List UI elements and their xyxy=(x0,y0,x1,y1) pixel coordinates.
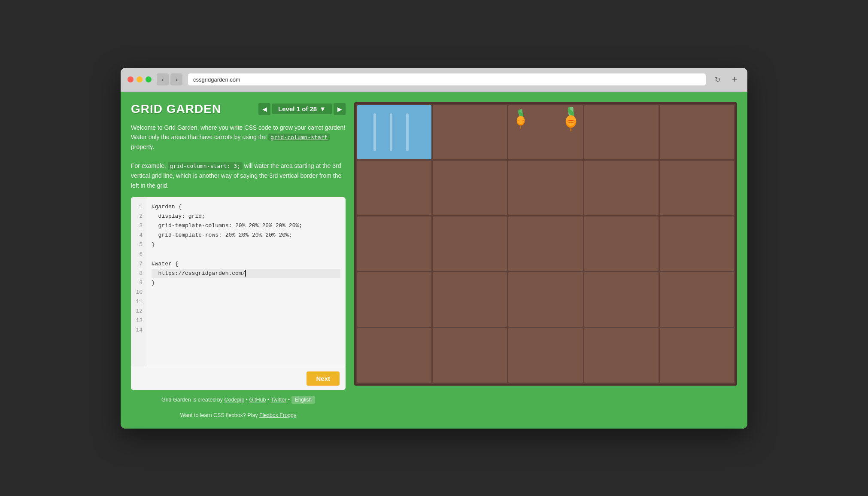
footer-credits: Grid Garden is created by Codepip • GitH… xyxy=(131,397,346,403)
garden-cell-2-4 xyxy=(584,161,659,215)
carrot-small xyxy=(513,109,529,130)
garden-cell-5-2 xyxy=(433,328,507,383)
garden-cell-1-4 xyxy=(584,105,659,160)
editor-lines: 1 2 3 4 5 6 7 8 9 10 11 12 13 14 xyxy=(131,197,346,366)
carrot-large xyxy=(561,107,580,132)
footer-links: Grid Garden is created by Codepip • GitH… xyxy=(131,397,346,403)
traffic-lights xyxy=(127,76,152,82)
address-bar[interactable]: cssgridgarden.com xyxy=(188,73,706,86)
garden-cell-4-4 xyxy=(584,272,659,327)
dropdown-icon[interactable]: ▼ xyxy=(319,105,326,113)
garden-cell-1-3 xyxy=(508,105,583,160)
line-numbers: 1 2 3 4 5 6 7 8 9 10 11 12 13 14 xyxy=(131,197,146,366)
property-link[interactable]: grid-column-start xyxy=(268,134,330,141)
level-text: Level 1 of 28 xyxy=(278,105,317,113)
code-line-4: grid-template-rows: 20% 20% 20% 20% 20%; xyxy=(152,231,340,240)
code-line-3: grid-template-columns: 20% 20% 20% 20% 2… xyxy=(152,221,340,231)
prev-level-button[interactable]: ◀ xyxy=(258,103,270,115)
garden-grid xyxy=(354,102,737,386)
level-display: Level 1 of 28 ▼ xyxy=(272,103,332,114)
code-line-12 xyxy=(152,307,340,316)
garden-cell-3-3 xyxy=(508,216,583,271)
minimize-button[interactable] xyxy=(137,76,143,82)
code-example: grid-column-start: 3; xyxy=(168,162,243,170)
code-line-5: } xyxy=(152,240,340,250)
garden-cell-1-5 xyxy=(660,105,734,160)
code-line-8[interactable]: https://cssgridgarden.com/ xyxy=(152,269,340,278)
flexbox-promo: Want to learn CSS flexbox? Play Flexbox … xyxy=(131,412,346,418)
refresh-button[interactable]: ↻ xyxy=(711,73,723,85)
garden-cell-4-5 xyxy=(660,272,734,327)
garden-cell-5-1 xyxy=(357,328,431,383)
garden-cell-2-5 xyxy=(660,161,734,215)
level-nav: ◀ Level 1 of 28 ▼ ▶ xyxy=(258,103,346,115)
new-tab-button[interactable]: + xyxy=(728,73,741,85)
garden-cell-1-2 xyxy=(433,105,507,160)
description-line1: Welcome to Grid Garden, where you write … xyxy=(131,123,346,152)
code-line-7: #water { xyxy=(152,259,340,269)
next-level-button[interactable]: ▶ xyxy=(334,103,346,115)
code-line-2: display: grid; xyxy=(152,212,340,221)
language-badge[interactable]: English xyxy=(291,396,315,404)
editor-footer: Next xyxy=(131,367,346,390)
app-header: GRID GARDEN ◀ Level 1 of 28 ▼ ▶ xyxy=(131,102,346,116)
garden-cell-4-2 xyxy=(433,272,507,327)
code-editor: 1 2 3 4 5 6 7 8 9 10 11 12 13 14 xyxy=(131,197,346,389)
code-line-14 xyxy=(152,326,340,335)
url-text: cssgridgarden.com xyxy=(193,76,240,83)
code-line-9: } xyxy=(152,278,340,288)
forward-button[interactable]: › xyxy=(170,73,182,85)
garden-cell-1-1 xyxy=(357,105,431,160)
description-area: Welcome to Grid Garden, where you write … xyxy=(131,123,346,191)
back-button[interactable]: ‹ xyxy=(157,73,169,85)
code-line-1: #garden { xyxy=(152,202,340,212)
code-line-13 xyxy=(152,316,340,326)
browser-content: GRID GARDEN ◀ Level 1 of 28 ▼ ▶ Welcome … xyxy=(121,92,747,429)
app-title: GRID GARDEN xyxy=(131,102,221,116)
garden-cell-5-3 xyxy=(508,328,583,383)
garden-cell-2-3 xyxy=(508,161,583,215)
code-line-6 xyxy=(152,250,340,259)
garden-cell-4-1 xyxy=(357,272,431,327)
code-line-11 xyxy=(152,297,340,307)
close-button[interactable] xyxy=(127,76,134,82)
next-button[interactable]: Next xyxy=(307,371,340,386)
codepip-link[interactable]: Codepip xyxy=(225,397,245,403)
garden-cell-3-2 xyxy=(433,216,507,271)
maximize-button[interactable] xyxy=(146,76,152,82)
garden-cell-2-1 xyxy=(357,161,431,215)
description-line2: For example, grid-column-start: 3; will … xyxy=(131,161,346,190)
garden-cell-4-3 xyxy=(508,272,583,327)
garden-cell-2-2 xyxy=(433,161,507,215)
browser-window: ‹ › cssgridgarden.com ↻ + GRID GARDEN ◀ … xyxy=(121,68,747,429)
left-panel: GRID GARDEN ◀ Level 1 of 28 ▼ ▶ Welcome … xyxy=(131,102,346,418)
code-line-10 xyxy=(152,288,340,297)
garden-cell-3-4 xyxy=(584,216,659,271)
nav-buttons: ‹ › xyxy=(157,73,182,85)
garden-cell-3-1 xyxy=(357,216,431,271)
flexbox-froggy-link[interactable]: Flexbox Froggy xyxy=(259,412,296,418)
water-waves xyxy=(357,105,431,160)
browser-chrome: ‹ › cssgridgarden.com ↻ + xyxy=(121,68,747,92)
garden-cell-3-5 xyxy=(660,216,734,271)
twitter-link[interactable]: Twitter xyxy=(271,397,287,403)
garden-cell-5-4 xyxy=(584,328,659,383)
garden-panel xyxy=(354,102,737,418)
code-content[interactable]: #garden { display: grid; grid-template-c… xyxy=(146,197,346,366)
github-link[interactable]: GitHub xyxy=(249,397,266,403)
garden-cell-5-5 xyxy=(660,328,734,383)
